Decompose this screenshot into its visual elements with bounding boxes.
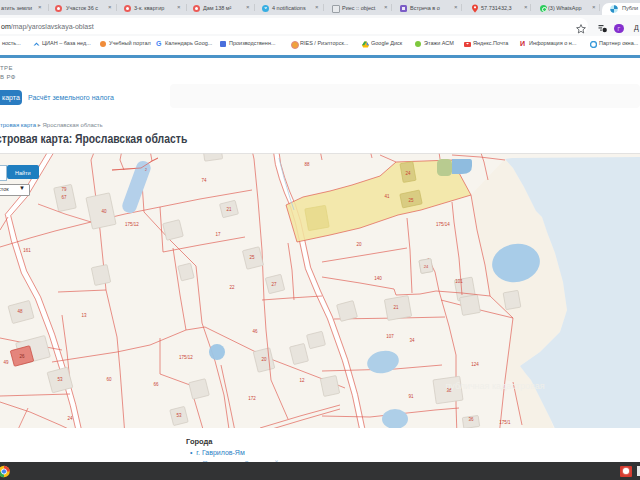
svg-text:175/12: 175/12: [125, 222, 139, 227]
svg-text:161: 161: [23, 248, 31, 253]
svg-text:публичная кадастровая: публичная кадастровая: [445, 381, 544, 391]
svg-text:41: 41: [384, 194, 390, 199]
svg-text:101: 101: [455, 279, 463, 284]
svg-text:53: 53: [57, 377, 63, 382]
svg-text:88: 88: [304, 162, 310, 167]
svg-text:13: 13: [81, 313, 87, 318]
svg-text:67: 67: [61, 195, 67, 200]
svg-text:22: 22: [229, 285, 235, 290]
svg-text:49: 49: [3, 360, 9, 365]
svg-text:40: 40: [101, 209, 107, 214]
svg-text:66: 66: [153, 382, 159, 387]
svg-text:17: 17: [215, 232, 221, 237]
svg-text:24: 24: [67, 416, 73, 421]
svg-text:53: 53: [176, 413, 182, 418]
svg-text:25: 25: [408, 198, 414, 203]
svg-text:74: 74: [201, 178, 207, 183]
svg-text:46: 46: [252, 329, 258, 334]
svg-text:27: 27: [271, 282, 277, 287]
svg-text:26: 26: [19, 354, 25, 359]
svg-text:175/1: 175/1: [499, 420, 511, 425]
svg-text:24: 24: [424, 264, 429, 269]
svg-text:20: 20: [261, 357, 267, 362]
svg-text:21: 21: [393, 305, 399, 310]
svg-text:107: 107: [386, 334, 394, 339]
svg-text:79: 79: [61, 187, 67, 192]
svg-text:12: 12: [299, 378, 305, 383]
svg-text:36: 36: [468, 417, 474, 422]
svg-text:20: 20: [356, 242, 362, 247]
svg-text:24: 24: [405, 171, 411, 176]
svg-text:124: 124: [471, 362, 479, 367]
svg-text:91: 91: [408, 394, 414, 399]
svg-text:48: 48: [17, 309, 23, 314]
svg-text:34: 34: [409, 338, 415, 343]
svg-text:2: 2: [145, 168, 147, 172]
svg-text:140: 140: [374, 276, 382, 281]
svg-text:175/14: 175/14: [436, 222, 450, 227]
svg-text:21: 21: [226, 207, 232, 212]
svg-text:60: 60: [106, 377, 112, 382]
svg-text:25: 25: [249, 255, 255, 260]
svg-text:175/12: 175/12: [179, 355, 193, 360]
svg-text:172: 172: [248, 396, 256, 401]
